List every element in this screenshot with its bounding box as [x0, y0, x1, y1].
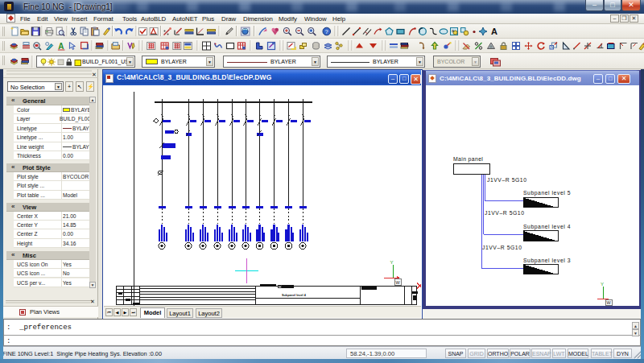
svg-text:W: W: [396, 280, 401, 285]
svg-text:Main panel: Main panel: [453, 156, 483, 163]
svg-text:Subpanel level 3: Subpanel level 3: [523, 258, 571, 264]
svg-text:J1VV–R 5G10: J1VV–R 5G10: [487, 177, 527, 183]
svg-text:Subpanel level 5: Subpanel level 5: [523, 190, 571, 196]
svg-text:J1VV–R 5G10: J1VV–R 5G10: [482, 245, 522, 250]
svg-text:A: A: [58, 42, 64, 51]
svg-text:W: W: [607, 300, 612, 305]
svg-text:J1VV–R 5G10: J1VV–R 5G10: [485, 210, 525, 216]
svg-text:Subpanel level 4: Subpanel level 4: [282, 294, 307, 297]
svg-text:Y: Y: [601, 282, 604, 287]
svg-text:A: A: [491, 27, 497, 36]
svg-text:Y: Y: [390, 260, 394, 265]
svg-text:?: ?: [325, 29, 328, 35]
svg-text:Subpanel level 4: Subpanel level 4: [523, 224, 571, 230]
